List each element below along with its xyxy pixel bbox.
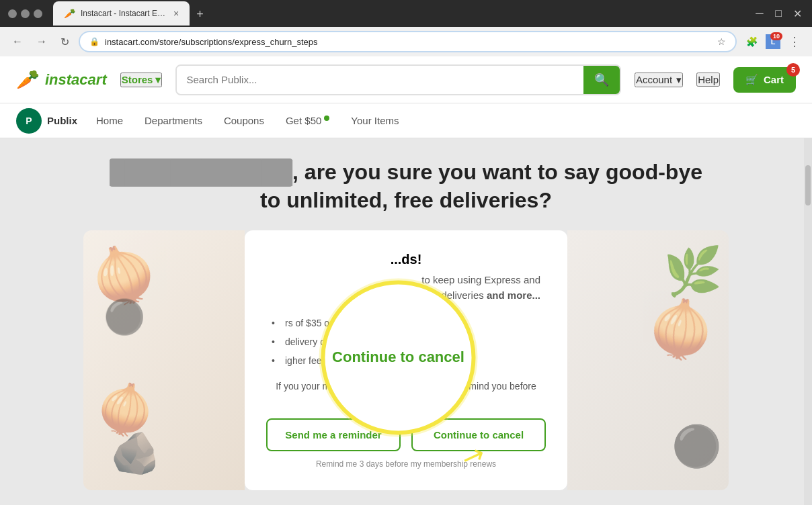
card-top-text: ...ds! bbox=[272, 252, 540, 267]
title-part2: to unlimited, free deliveries? bbox=[260, 188, 552, 212]
page-title-area: ████████████, are you sure you want to s… bbox=[13, 158, 799, 214]
store-initials: P bbox=[26, 116, 32, 126]
header-actions: Account ▾ Help 🛒 Cart 5 bbox=[635, 67, 796, 93]
logo-text: instacart bbox=[45, 71, 107, 89]
extensions-icon[interactable]: 🧩 bbox=[742, 32, 761, 51]
magnify-label: Continue to cancel bbox=[332, 349, 464, 366]
new-tab-button[interactable]: + bbox=[190, 3, 210, 26]
browser-chrome: × − □ 🥕 Instacart - Instacart Express × … bbox=[0, 0, 812, 56]
store-logo[interactable]: P bbox=[16, 108, 42, 134]
forward-button[interactable]: → bbox=[32, 33, 51, 50]
spice-decoration: ⚫ bbox=[672, 422, 722, 470]
address-bar: ← → ↻ 🔒 instacart.com/store/subscription… bbox=[0, 27, 812, 56]
nav-link-departments[interactable]: Departments bbox=[145, 115, 202, 126]
remind-small-text: Remind me 3 days before my membership re… bbox=[272, 459, 540, 469]
site-header: 🥕 instacart Stores ▾ 🔍 Account ▾ Help 🛒 … bbox=[0, 56, 812, 103]
url-bar[interactable]: 🔒 instacart.com/store/subscriptions/expr… bbox=[79, 31, 737, 52]
cart-label: Cart bbox=[764, 74, 784, 85]
carrot-logo-icon: 🥕 bbox=[16, 68, 40, 91]
search-button[interactable]: 🔍 bbox=[583, 66, 620, 94]
tab-title: Instacart - Instacart Express bbox=[81, 9, 168, 18]
minimize-window-btn[interactable]: − bbox=[21, 9, 30, 18]
herbs-decoration: 🌿 bbox=[663, 244, 722, 299]
profile-icon[interactable]: L 10 bbox=[764, 32, 782, 51]
window-controls: × − □ bbox=[8, 9, 42, 18]
notification-dot bbox=[324, 116, 329, 121]
win-close-icon[interactable]: ✕ bbox=[790, 7, 804, 20]
store-nav-links: Home Departments Coupons Get $50 Your It… bbox=[96, 115, 399, 126]
reload-button[interactable]: ↻ bbox=[56, 33, 73, 51]
win-maximize-icon[interactable]: □ bbox=[772, 7, 785, 20]
stores-chevron-icon: ▾ bbox=[155, 74, 161, 86]
title-bar: × − □ 🥕 Instacart - Instacart Express × … bbox=[0, 0, 812, 27]
url-text: instacart.com/store/subscriptions/expres… bbox=[105, 37, 712, 47]
magnify-overlay: Continue to cancel ↗ bbox=[321, 280, 476, 434]
scrollbar[interactable] bbox=[804, 138, 812, 505]
cart-button[interactable]: 🛒 Cart 5 bbox=[733, 67, 796, 93]
account-chevron-icon: ▾ bbox=[676, 74, 682, 86]
lock-icon: 🔒 bbox=[89, 37, 99, 46]
profile-badge: 10 bbox=[770, 32, 782, 40]
nav-link-your-items[interactable]: Your Items bbox=[351, 115, 399, 126]
scrollbar-thumb[interactable] bbox=[805, 165, 811, 205]
cart-count-badge: 5 bbox=[786, 63, 800, 77]
help-button[interactable]: Help bbox=[696, 73, 720, 87]
user-name-blurred: ████████████ bbox=[110, 158, 292, 187]
redonion-decoration: 🧅 bbox=[643, 292, 721, 366]
nav-link-home[interactable]: Home bbox=[96, 115, 123, 126]
mortar-decoration: 🪨 bbox=[110, 429, 161, 477]
toolbar-actions: 🧩 L 10 ⋮ bbox=[742, 32, 804, 51]
food-image-left: 🧅 ⚫ 🧅 🪨 bbox=[83, 230, 245, 490]
account-dropdown-button[interactable]: Account ▾ bbox=[635, 73, 683, 87]
get50-area: Get $50 bbox=[286, 115, 329, 126]
stores-label: Stores bbox=[122, 74, 153, 85]
back-button[interactable]: ← bbox=[8, 33, 27, 50]
offer-card-wrapper: 🧅 ⚫ 🧅 🪨 🌿 🧅 ⚫ ...ds! to keep using Ex bbox=[83, 230, 729, 490]
exclaim-text: ...ds! bbox=[391, 252, 422, 267]
account-label: Account bbox=[636, 74, 672, 85]
tab-favicon-icon: 🥕 bbox=[64, 8, 75, 19]
page-root: × − □ 🥕 Instacart - Instacart Express × … bbox=[0, 0, 812, 505]
search-input[interactable] bbox=[177, 67, 583, 92]
bookmark-icon[interactable]: ☆ bbox=[717, 36, 726, 47]
main-content: ████████████, are you sure you want to s… bbox=[0, 138, 812, 505]
keep-express: to keep using Express and bbox=[421, 274, 540, 285]
active-tab[interactable]: 🥕 Instacart - Instacart Express × bbox=[53, 1, 190, 26]
store-nav: P Publix Home Departments Coupons Get $5… bbox=[0, 103, 812, 138]
nav-link-coupons[interactable]: Coupons bbox=[224, 115, 264, 126]
window-action-controls: ─ □ ✕ bbox=[753, 7, 804, 20]
pepper-decoration: ⚫ bbox=[104, 297, 145, 336]
logo-area[interactable]: 🥕 instacart bbox=[16, 68, 107, 91]
food-image-right: 🌿 🧅 ⚫ bbox=[567, 230, 729, 490]
stores-dropdown-button[interactable]: Stores ▾ bbox=[120, 73, 163, 87]
nav-link-get50[interactable]: Get $50 bbox=[286, 115, 321, 126]
offer-card: ...ds! to keep using Express and deliver… bbox=[245, 230, 567, 490]
maximize-window-btn[interactable]: □ bbox=[34, 9, 42, 18]
tab-close-btn[interactable]: × bbox=[173, 8, 179, 19]
close-window-btn[interactable]: × bbox=[8, 9, 17, 18]
win-minimize-icon[interactable]: ─ bbox=[753, 7, 766, 20]
more-text: and more... bbox=[487, 289, 540, 301]
search-bar: 🔍 bbox=[175, 64, 621, 95]
menu-icon[interactable]: ⋮ bbox=[785, 32, 804, 51]
help-label: Help bbox=[698, 74, 719, 85]
store-name: Publix bbox=[47, 115, 77, 126]
title-part1: , are you sure you want to say good-bye bbox=[292, 160, 702, 184]
cart-icon: 🛒 bbox=[745, 74, 758, 86]
